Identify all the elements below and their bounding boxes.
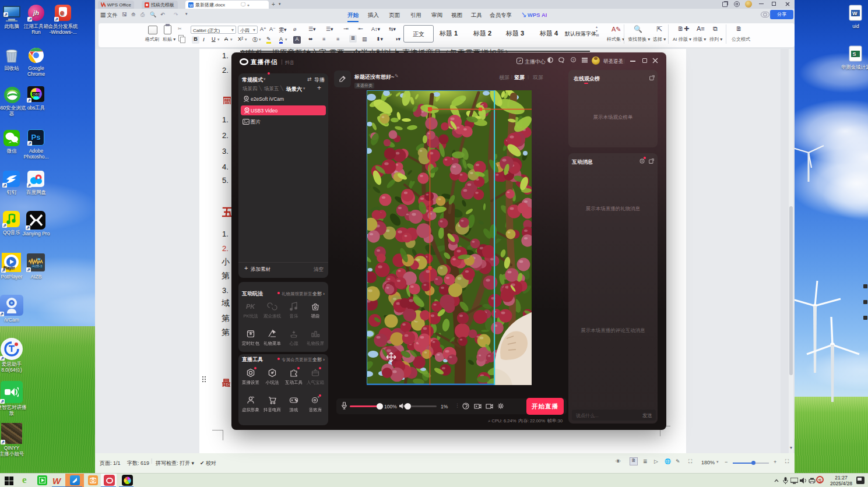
svg-text:W: W	[189, 3, 194, 7]
svg-text:OBS: OBS	[33, 93, 40, 96]
svg-text:W: W	[852, 10, 858, 16]
svg-text:S: S	[853, 51, 856, 57]
svg-text:PK: PK	[246, 303, 255, 310]
